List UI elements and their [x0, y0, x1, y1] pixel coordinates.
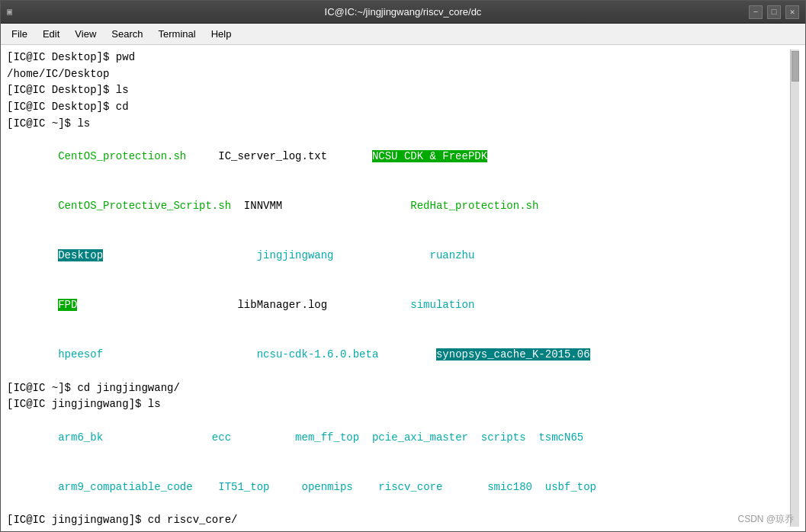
- menu-file[interactable]: File: [4, 27, 35, 41]
- minimize-button[interactable]: −: [749, 5, 763, 19]
- file-redhat: RedHat_protection.sh: [410, 200, 538, 212]
- maximize-button[interactable]: □: [767, 5, 781, 19]
- terminal-output: [IC@IC Desktop]$ pwd /home/IC/Desktop [I…: [7, 50, 790, 527]
- dir-jingjingwang: jingjingwang: [257, 249, 334, 261]
- dir-simulation: simulation: [410, 299, 474, 311]
- line-5: [IC@IC ~]$ ls: [7, 116, 790, 133]
- menu-help[interactable]: Help: [204, 27, 239, 41]
- line-7: CentOS_Protective_Script.sh INNVMM RedHa…: [7, 182, 790, 232]
- line-9: FPD libManager.log simulation: [7, 281, 790, 331]
- terminal-area[interactable]: [IC@IC Desktop]$ pwd /home/IC/Desktop [I…: [1, 45, 805, 531]
- file-ncsu-cdk: NCSU CDK & FreePDK: [372, 150, 487, 162]
- menu-edit[interactable]: Edit: [35, 27, 67, 41]
- line-12: [IC@IC jingjingwang]$ ls: [7, 396, 790, 413]
- watermark: CSDN @琼乔: [737, 513, 794, 526]
- line-10: hpeesof ncsu-cdk-1.6.0.beta synopsys_cac…: [7, 331, 790, 380]
- line-4: [IC@IC Desktop]$ cd: [7, 99, 790, 116]
- line-6: CentOS_protection.sh IC_server_log.txt N…: [7, 132, 790, 181]
- file-centos-protection: CentOS_protection.sh: [58, 150, 186, 162]
- menu-terminal[interactable]: Terminal: [151, 27, 204, 41]
- window-controls: − □ ✕: [749, 5, 799, 19]
- menu-bar: File Edit View Search Terminal Help: [1, 24, 805, 45]
- dir-ncsu-cdk: ncsu-cdk-1.6.0.beta: [257, 348, 379, 361]
- line-11: [IC@IC ~]$ cd jingjingwang/: [7, 380, 790, 397]
- title-bar: ▣ IC@IC:~/jingjingwang/riscv_core/dc − □…: [1, 1, 805, 24]
- terminal-window: ▣ IC@IC:~/jingjingwang/riscv_core/dc − □…: [0, 0, 806, 532]
- line-8: Desktop jingjingwang ruanzhu: [7, 232, 790, 281]
- line-15: [IC@IC jingjingwang]$ cd riscv_core/: [7, 512, 790, 527]
- dir-desktop: Desktop: [58, 249, 103, 261]
- scrollbar[interactable]: [790, 50, 799, 527]
- scrollbar-thumb[interactable]: [792, 51, 799, 82]
- window-icon: ▣: [7, 6, 12, 18]
- line-13: arm6_bk ecc mem_ff_top pcie_axi_master s…: [7, 413, 790, 463]
- dir-ruanzhu: ruanzhu: [430, 249, 475, 261]
- menu-view[interactable]: View: [67, 27, 104, 41]
- dir-fpd: FPD: [58, 299, 77, 311]
- file-centos-script: CentOS_Protective_Script.sh: [58, 200, 231, 212]
- menu-search[interactable]: Search: [104, 27, 150, 41]
- window-title: IC@IC:~/jingjingwang/riscv_core/dc: [325, 6, 482, 18]
- close-button[interactable]: ✕: [785, 5, 799, 19]
- dir-hpeesof: hpeesof: [58, 348, 103, 361]
- line-14: arm9_compatiable_code IT51_top openmips …: [7, 463, 790, 512]
- line-3: [IC@IC Desktop]$ ls: [7, 82, 790, 99]
- dir-synopsys: synopsys_cache_K-2015.06: [436, 348, 590, 361]
- line-2: /home/IC/Desktop: [7, 66, 790, 83]
- line-1: [IC@IC Desktop]$ pwd: [7, 50, 790, 66]
